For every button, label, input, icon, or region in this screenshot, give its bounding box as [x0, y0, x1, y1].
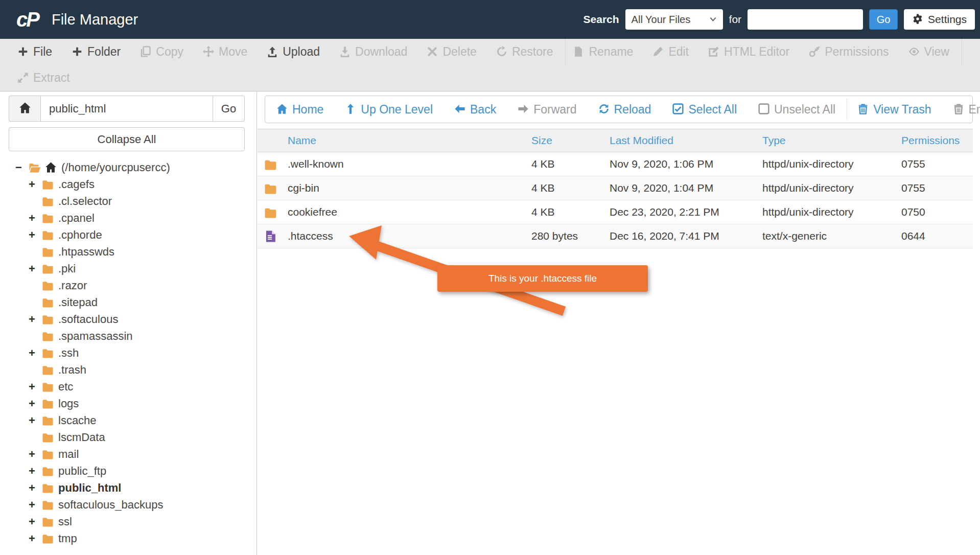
- nav-item[interactable]: Unselect All: [758, 103, 835, 117]
- nav-item[interactable]: Up One Level: [345, 103, 433, 117]
- expand-toggle[interactable]: +: [29, 414, 42, 427]
- file-name[interactable]: .well-known: [288, 158, 531, 170]
- toolbar-item[interactable]: Download: [339, 39, 407, 65]
- tree-item[interactable]: .htpasswds: [0, 243, 256, 260]
- table-row[interactable]: .well-known 4 KB Nov 9, 2020, 1:06 PM ht…: [258, 152, 973, 176]
- search-go-button[interactable]: Go: [869, 9, 898, 30]
- column-header-permissions[interactable]: Permissions: [901, 134, 968, 147]
- expand-toggle[interactable]: +: [29, 262, 42, 275]
- toolbar-item[interactable]: HTML Editor: [708, 39, 789, 65]
- path-go-button[interactable]: Go: [213, 96, 245, 122]
- tree-item[interactable]: + lscache: [0, 412, 256, 429]
- tree-item[interactable]: + mail: [0, 446, 256, 462]
- expand-toggle[interactable]: +: [29, 448, 42, 461]
- app-header: cP File Manager Search All Your Files fo…: [0, 0, 980, 39]
- toolbar-item[interactable]: Rename: [573, 39, 633, 65]
- expand-toggle[interactable]: +: [29, 313, 42, 326]
- nav-item[interactable]: Forward: [518, 103, 576, 117]
- tree-item[interactable]: + public_ftp: [0, 462, 256, 479]
- expand-toggle[interactable]: +: [29, 515, 42, 528]
- folder-icon: [42, 516, 54, 527]
- toolbar-item[interactable]: [565, 39, 566, 65]
- search-input[interactable]: [748, 9, 863, 30]
- tree-root-label: (/home/yourcpusercc): [61, 161, 170, 174]
- expand-toggle[interactable]: +: [29, 380, 42, 394]
- table-row[interactable]: cgi-bin 4 KB Nov 9, 2020, 1:04 PM httpd/…: [258, 176, 973, 200]
- toolbar-item[interactable]: Extract: [17, 65, 70, 91]
- tree-item[interactable]: + .cpanel: [0, 210, 256, 226]
- path-input[interactable]: [40, 96, 213, 122]
- file-icon: [573, 45, 584, 59]
- toolbar-item[interactable]: View: [908, 39, 949, 65]
- nav-item[interactable]: Reload: [598, 103, 651, 117]
- tree-item[interactable]: + logs: [0, 395, 256, 412]
- settings-button[interactable]: Settings: [904, 9, 975, 30]
- nav-item[interactable]: Empty Trash: [953, 103, 980, 117]
- table-row[interactable]: .htaccess 280 bytes Dec 16, 2020, 7:41 P…: [258, 224, 973, 248]
- toolbar-item[interactable]: File: [17, 39, 52, 65]
- expand-toggle[interactable]: +: [29, 212, 42, 225]
- column-header-name[interactable]: Name: [288, 134, 531, 147]
- collapse-toggle[interactable]: −: [15, 161, 29, 174]
- expand-toggle[interactable]: +: [29, 498, 42, 512]
- tree-item-label: .cphorde: [58, 228, 102, 242]
- action-toolbar: File Folder Copy Move Upload Download De…: [0, 39, 980, 91]
- nav-item[interactable]: [847, 99, 847, 120]
- expand-toggle[interactable]: +: [29, 178, 42, 191]
- toolbar-item[interactable]: Delete: [427, 39, 476, 65]
- tree-item[interactable]: + public_html: [0, 479, 256, 496]
- tree-item[interactable]: + .ssh: [0, 344, 256, 361]
- column-header-modified[interactable]: Last Modified: [610, 134, 762, 147]
- expand-toggle[interactable]: +: [29, 346, 42, 360]
- toolbar-item[interactable]: Move: [203, 39, 247, 65]
- nav-item[interactable]: View Trash: [857, 103, 931, 117]
- nav-item[interactable]: Back: [454, 103, 496, 117]
- nav-item-label: View Trash: [873, 103, 931, 117]
- search-scope-select[interactable]: All Your Files: [625, 9, 723, 30]
- trash-icon: [953, 103, 964, 117]
- expand-toggle[interactable]: +: [29, 228, 42, 242]
- tree-root[interactable]: − (/home/yourcpusercc): [0, 159, 256, 176]
- tree-item[interactable]: .spamassassin: [0, 328, 256, 344]
- tree-item[interactable]: + .cagefs: [0, 176, 256, 193]
- expand-toggle[interactable]: +: [29, 465, 42, 478]
- file-name[interactable]: cookiefree: [288, 206, 531, 218]
- toolbar-item[interactable]: [962, 39, 962, 65]
- toolbar-item[interactable]: Folder: [72, 39, 121, 65]
- tree-item[interactable]: + etc: [0, 378, 256, 395]
- expand-toggle[interactable]: +: [29, 532, 42, 545]
- column-header-type[interactable]: Type: [762, 134, 901, 147]
- tree-item[interactable]: .razor: [0, 277, 256, 294]
- toolbar-item-label: Extract: [33, 71, 70, 85]
- toolbar-item[interactable]: Permissions: [809, 39, 889, 65]
- collapse-all-button[interactable]: Collapse All: [9, 127, 245, 151]
- tree-item[interactable]: .cl.selector: [0, 193, 256, 210]
- folder-icon: [42, 347, 54, 359]
- table-row[interactable]: cookiefree 4 KB Dec 23, 2020, 2:21 PM ht…: [258, 200, 973, 224]
- tree-item[interactable]: + softaculous_backups: [0, 496, 256, 513]
- file-name[interactable]: .htaccess: [288, 230, 531, 242]
- tree-item[interactable]: .sitepad: [0, 294, 256, 311]
- nav-item[interactable]: Home: [276, 103, 323, 117]
- file-name[interactable]: cgi-bin: [288, 182, 531, 194]
- toolbar-item[interactable]: Restore: [496, 39, 553, 65]
- tree-item[interactable]: .trash: [0, 361, 256, 378]
- home-directory-button[interactable]: [9, 96, 40, 122]
- tree-item[interactable]: + ssl: [0, 513, 256, 530]
- tree-item[interactable]: + tmp: [0, 530, 256, 547]
- column-header-size[interactable]: Size: [531, 134, 610, 147]
- toolbar-item[interactable]: Upload: [267, 39, 320, 65]
- home-icon: [19, 102, 31, 116]
- nav-item[interactable]: Select All: [672, 103, 737, 117]
- tree-item[interactable]: + .softaculous: [0, 311, 256, 328]
- toolbar-item[interactable]: Copy: [140, 39, 183, 65]
- plus-icon: [17, 45, 29, 59]
- tree-item[interactable]: + .cphorde: [0, 226, 256, 243]
- tree-item-label: lscmData: [58, 431, 105, 444]
- path-bar: Go: [9, 96, 245, 122]
- tree-item[interactable]: lscmData: [0, 429, 256, 446]
- toolbar-item[interactable]: Edit: [652, 39, 689, 65]
- tree-item[interactable]: + .pki: [0, 260, 256, 277]
- expand-toggle[interactable]: +: [29, 397, 42, 410]
- expand-toggle[interactable]: +: [29, 481, 42, 495]
